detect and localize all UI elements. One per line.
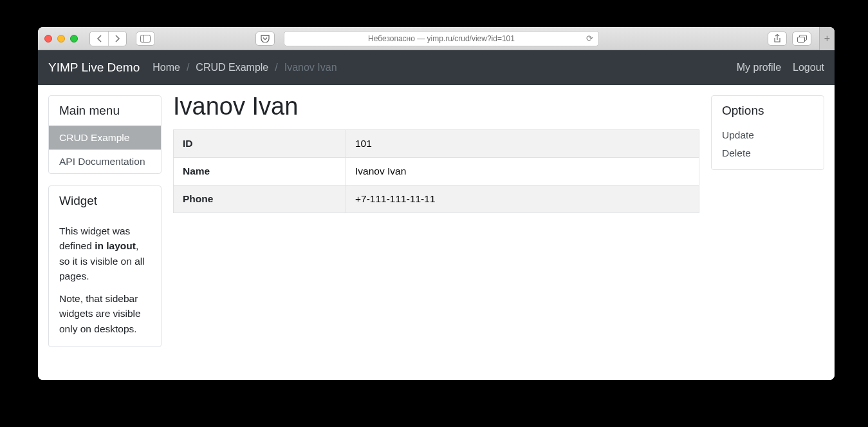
new-tab-button[interactable]: + <box>819 27 835 50</box>
sidebar-item-crud-example[interactable]: CRUD Example <box>49 126 161 149</box>
brand[interactable]: YIMP Live Demo <box>48 61 140 75</box>
table-row: Name Ivanov Ivan <box>174 158 699 185</box>
close-window-icon[interactable] <box>44 35 52 43</box>
option-label: Delete <box>722 147 751 158</box>
row-value-id: 101 <box>346 130 699 158</box>
row-value-phone: +7-111-111-11-11 <box>346 185 699 213</box>
address-bar[interactable]: Небезопасно — yimp.ru/crud/view?id=101 ⟳ <box>284 31 599 46</box>
browser-window: Небезопасно — yimp.ru/crud/view?id=101 ⟳… <box>38 27 835 380</box>
sidebar-item-label: CRUD Example <box>59 132 129 143</box>
main-column: Ivanov Ivan ID 101 Name Ivanov Ivan Phon… <box>173 95 699 370</box>
breadcrumb-crud[interactable]: CRUD Example <box>196 62 268 73</box>
widget-paragraph-2: Note, that sidebar widgets are visible o… <box>59 291 151 336</box>
option-label: Update <box>722 129 754 140</box>
table-row: ID 101 <box>174 130 699 158</box>
options-list: Update Delete <box>712 126 824 169</box>
options-header: Options <box>712 96 824 126</box>
breadcrumb-home[interactable]: Home <box>152 62 180 73</box>
widget-card: Widget This widget was defined in layout… <box>48 185 162 347</box>
breadcrumb-separator: / <box>275 62 277 73</box>
browser-titlebar: Небезопасно — yimp.ru/crud/view?id=101 ⟳… <box>38 27 835 50</box>
svg-rect-3 <box>797 37 804 42</box>
nav-my-profile[interactable]: My profile <box>737 62 781 73</box>
widget-body: This widget was defined in layout, so it… <box>49 223 161 346</box>
row-value-name: Ivanov Ivan <box>346 158 699 185</box>
option-update[interactable]: Update <box>712 126 824 145</box>
pocket-button[interactable] <box>255 32 275 46</box>
reload-icon[interactable]: ⟳ <box>586 33 593 43</box>
nav-back-forward <box>89 31 127 46</box>
main-menu-card: Main menu CRUD Example API Documentation <box>48 95 162 174</box>
breadcrumb-current: Ivanov Ivan <box>284 62 337 73</box>
sidebar-item-api-documentation[interactable]: API Documentation <box>49 149 161 173</box>
page-title: Ivanov Ivan <box>173 93 699 120</box>
widget-paragraph-1: This widget was defined in layout, so it… <box>59 223 151 283</box>
breadcrumb-separator: / <box>187 62 189 73</box>
minimize-window-icon[interactable] <box>57 35 65 43</box>
row-label-id: ID <box>174 130 346 158</box>
zoom-window-icon[interactable] <box>70 35 78 43</box>
widget-header: Widget <box>49 186 161 216</box>
sidebar-toggle-button[interactable] <box>136 32 155 46</box>
options-card: Options Update Delete <box>711 95 824 170</box>
content-area: Main menu CRUD Example API Documentation… <box>38 85 835 380</box>
toolbar-right <box>768 32 811 46</box>
main-menu-header: Main menu <box>49 96 161 126</box>
share-button[interactable] <box>768 32 787 46</box>
nav-logout[interactable]: Logout <box>793 62 824 73</box>
sidebar-item-label: API Documentation <box>59 156 145 167</box>
option-delete[interactable]: Delete <box>712 145 824 163</box>
forward-button[interactable] <box>108 32 126 46</box>
breadcrumb: Home / CRUD Example / Ivanov Ivan <box>152 62 337 73</box>
right-column: Options Update Delete <box>711 95 824 370</box>
detail-table: ID 101 Name Ivanov Ivan Phone +7-111-111… <box>173 129 699 213</box>
app-navbar: YIMP Live Demo Home / CRUD Example / Iva… <box>38 50 835 85</box>
row-label-name: Name <box>174 158 346 185</box>
left-column: Main menu CRUD Example API Documentation… <box>48 95 162 370</box>
address-text: Небезопасно — yimp.ru/crud/view?id=101 <box>368 34 515 43</box>
table-row: Phone +7-111-111-11-11 <box>174 185 699 213</box>
back-button[interactable] <box>90 32 108 46</box>
svg-rect-0 <box>141 35 151 42</box>
tabs-button[interactable] <box>792 32 811 46</box>
row-label-phone: Phone <box>174 185 346 213</box>
navbar-right: My profile Logout <box>737 62 824 73</box>
window-controls <box>44 35 78 43</box>
